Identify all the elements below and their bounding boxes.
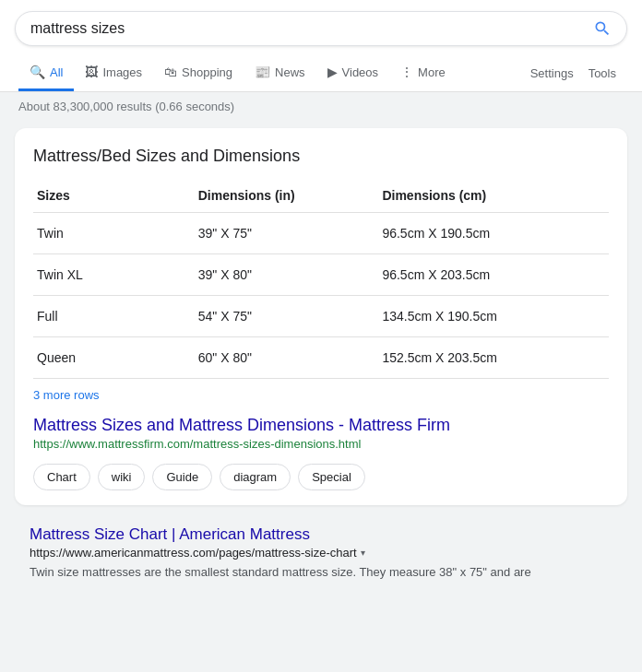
cell-dim-in: 39" X 80": [195, 254, 379, 296]
search-bar: [15, 11, 627, 46]
cell-size: Full: [33, 296, 195, 337]
tab-images-label: Images: [102, 65, 142, 79]
cell-dim-in: 39" X 75": [195, 213, 379, 254]
all-icon: 🔍: [30, 65, 45, 79]
chip-guide[interactable]: Guide: [152, 464, 212, 490]
table-row: Twin 39" X 75" 96.5cm X 190.5cm: [33, 213, 609, 254]
chips-row: ChartwikiGuidediagramSpecial: [33, 464, 609, 490]
featured-card: Mattress/Bed Sizes and Dimensions Sizes …: [15, 128, 627, 505]
result-url: https://www.mattressfirm.com/mattress-si…: [33, 437, 609, 451]
second-result-snippet: Twin size mattresses are the smallest st…: [30, 563, 612, 582]
tab-videos[interactable]: ▶ Videos: [316, 55, 390, 91]
table-row: Full 54" X 75" 134.5cm X 190.5cm: [33, 296, 609, 337]
results-count: About 83,300,000 results (0.66 seconds): [0, 92, 642, 121]
header-sizes: Sizes: [33, 181, 195, 213]
second-result-title[interactable]: Mattress Size Chart | American Mattress: [30, 525, 612, 544]
dropdown-arrow-icon[interactable]: ▾: [361, 548, 365, 558]
tab-images[interactable]: 🖼 Images: [74, 55, 153, 91]
tab-news[interactable]: 📰 News: [244, 55, 316, 91]
nav-tabs: 🔍 All 🖼 Images 🛍 Shopping 📰 News ▶ Video…: [15, 55, 627, 91]
tab-more-label: More: [418, 65, 446, 79]
tab-more[interactable]: ⋮ More: [389, 55, 457, 91]
search-icon: [593, 19, 612, 38]
chip-diagram[interactable]: diagram: [220, 464, 291, 490]
cell-dim-cm: 152.5cm X 203.5cm: [378, 337, 609, 379]
tab-shopping[interactable]: 🛍 Shopping: [153, 55, 244, 91]
chip-special[interactable]: Special: [298, 464, 365, 490]
chip-chart[interactable]: Chart: [33, 464, 90, 490]
second-result-url-row: https://www.americanmattress.com/pages/m…: [30, 546, 612, 560]
header-dim-in: Dimensions (in): [195, 181, 379, 213]
search-button[interactable]: [593, 19, 612, 38]
cell-size: Twin: [33, 213, 195, 254]
tools-link[interactable]: Tools: [581, 57, 624, 89]
videos-icon: ▶: [327, 65, 338, 79]
cell-size: Twin XL: [33, 254, 195, 296]
second-result: Mattress Size Chart | American Mattress …: [15, 516, 627, 593]
chip-wiki[interactable]: wiki: [98, 464, 146, 490]
tab-videos-label: Videos: [342, 65, 379, 79]
cell-dim-in: 54" X 75": [195, 296, 379, 337]
cell-dim-cm: 96.5cm X 203.5cm: [378, 254, 609, 296]
settings-link[interactable]: Settings: [523, 57, 581, 89]
search-input[interactable]: [30, 20, 593, 37]
table-row: Twin XL 39" X 80" 96.5cm X 203.5cm: [33, 254, 609, 296]
more-rows-link[interactable]: 3 more rows: [33, 388, 100, 402]
main-content: Mattress/Bed Sizes and Dimensions Sizes …: [0, 121, 642, 600]
tab-all-label: All: [50, 65, 63, 79]
shopping-icon: 🛍: [164, 65, 177, 79]
cell-dim-in: 60" X 80": [195, 337, 379, 379]
cell-size: Queen: [33, 337, 195, 379]
cell-dim-cm: 134.5cm X 190.5cm: [378, 296, 609, 337]
cell-dim-cm: 96.5cm X 190.5cm: [378, 213, 609, 254]
search-bar-container: 🔍 All 🖼 Images 🛍 Shopping 📰 News ▶ Video…: [0, 0, 642, 92]
tab-news-label: News: [275, 65, 305, 79]
more-icon: ⋮: [400, 65, 413, 79]
second-result-url-text: https://www.americanmattress.com/pages/m…: [30, 546, 357, 560]
card-title: Mattress/Bed Sizes and Dimensions: [33, 147, 609, 166]
table-row: Queen 60" X 80" 152.5cm X 203.5cm: [33, 337, 609, 379]
result-link-title[interactable]: Mattress Sizes and Mattress Dimensions -…: [33, 416, 609, 435]
header-dim-cm: Dimensions (cm): [378, 181, 609, 213]
tab-all[interactable]: 🔍 All: [18, 55, 74, 91]
tab-shopping-label: Shopping: [182, 65, 232, 79]
news-icon: 📰: [255, 65, 270, 79]
images-icon: 🖼: [85, 65, 98, 79]
mattress-table: Sizes Dimensions (in) Dimensions (cm) Tw…: [33, 181, 609, 379]
